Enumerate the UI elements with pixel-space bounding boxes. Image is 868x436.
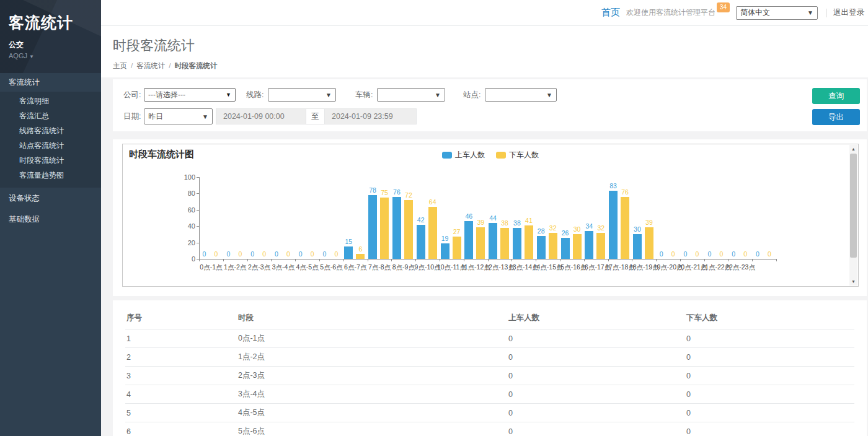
date-from-input[interactable]: 2024-01-09 00:00: [216, 108, 306, 124]
chart-bar[interactable]: [356, 254, 365, 259]
legend-item[interactable]: 下车人数: [496, 150, 539, 160]
filter-panel: 公司: ---请选择---▼ 线路: ▼ 车辆: ▼ 站点: ▼ 日期: 昨日▼…: [113, 79, 867, 131]
table-cell: 0: [685, 329, 854, 348]
chart-bar[interactable]: [585, 231, 593, 259]
chart-bar-value: 32: [544, 224, 562, 232]
query-button[interactable]: 查询: [812, 88, 860, 104]
sidebar-item-device-status[interactable]: 设备状态: [0, 188, 101, 209]
chart-bar[interactable]: [573, 234, 582, 259]
line-select[interactable]: ▼: [268, 88, 336, 102]
chart-bar[interactable]: [525, 225, 533, 259]
chart-bar[interactable]: [417, 225, 425, 259]
scroll-up-icon[interactable]: ▲: [849, 145, 857, 153]
sidebar-item-passenger-summary[interactable]: 客流汇总: [0, 108, 101, 123]
table-header-cell: 上车人数: [507, 308, 685, 329]
chart-bar-value: 6: [351, 245, 370, 253]
chart-bar[interactable]: [621, 197, 629, 259]
app-title: 客流统计: [9, 12, 101, 33]
chevron-down-icon: ▼: [326, 92, 332, 98]
table-row: 32点-3点00: [125, 367, 854, 385]
user-menu[interactable]: AQGJ▼: [9, 52, 101, 59]
sidebar-item-period-stats[interactable]: 时段客流统计: [0, 153, 101, 168]
chart-bar[interactable]: [500, 228, 509, 259]
y-axis-tick: [197, 226, 199, 227]
company-select[interactable]: ---请选择---▼: [144, 88, 236, 102]
logout-link[interactable]: 退出登录: [833, 7, 864, 18]
chart-bar[interactable]: [476, 227, 485, 259]
legend-item[interactable]: 上车人数: [442, 150, 485, 160]
sidebar-item-passenger-detail[interactable]: 客流明细: [0, 94, 101, 108]
chart-bar[interactable]: [633, 234, 642, 259]
x-axis-tick: [199, 259, 200, 261]
chart-bar-value: 30: [628, 225, 647, 233]
chart-bar[interactable]: [453, 237, 461, 259]
table-body: 10点-1点0021点-2点0032点-3点0043点-4点0054点-5点00…: [125, 329, 854, 436]
chart-bar[interactable]: [404, 200, 413, 259]
chart-bar-value: 0: [231, 250, 249, 258]
table-cell: 0: [507, 404, 685, 422]
breadcrumb-home[interactable]: 主页: [113, 62, 127, 69]
chart-bar-value: 0: [303, 250, 322, 258]
date-to-input[interactable]: 2024-01-09 23:59: [324, 108, 417, 124]
chart-bar[interactable]: [380, 198, 389, 259]
scroll-down-icon[interactable]: ▼: [849, 277, 857, 286]
x-axis-tick: [536, 259, 536, 261]
notification-badge[interactable]: 34: [717, 2, 730, 12]
table-cell: 2: [125, 348, 237, 367]
table-cell: 4: [125, 385, 237, 404]
sidebar-submenu: 客流明细 客流汇总 线路客流统计 站点客流统计 时段客流统计 客流量趋势图: [0, 92, 101, 188]
legend-swatch: [496, 152, 506, 159]
chart-bar-value: 0: [736, 250, 755, 258]
y-axis-tick-label: 20: [178, 239, 195, 246]
date-range-to-label: 至: [306, 108, 324, 124]
breadcrumb-section[interactable]: 客流统计: [136, 62, 165, 69]
chart-bar[interactable]: [561, 238, 570, 259]
x-axis-tick: [488, 259, 489, 261]
y-axis-tick: [197, 243, 199, 243]
x-axis-tick: [656, 259, 657, 261]
export-button[interactable]: 导出: [812, 109, 860, 125]
table-header-cell: 下车人数: [685, 308, 854, 329]
chart-bar[interactable]: [464, 221, 473, 259]
welcome-text: 欢迎使用客流统计管理平台: [626, 7, 715, 18]
chart-bar[interactable]: [489, 223, 497, 259]
chart-bar[interactable]: [441, 243, 450, 259]
date-preset-select[interactable]: 昨日▼: [144, 108, 213, 124]
scrollbar-thumb[interactable]: [850, 154, 857, 258]
language-select[interactable]: 简体中文 ▼: [736, 6, 818, 20]
chart-bar[interactable]: [645, 227, 653, 259]
chart-bar[interactable]: [596, 233, 605, 259]
home-link[interactable]: 首页: [601, 7, 620, 19]
y-axis-tick-label: 80: [178, 190, 195, 197]
x-axis-category-label: 22点-23点: [720, 263, 761, 272]
x-axis-tick: [440, 259, 440, 261]
x-axis-tick: [247, 259, 248, 261]
legend-swatch: [442, 152, 452, 159]
chart-bar[interactable]: [513, 228, 521, 259]
station-select[interactable]: ▼: [485, 88, 557, 102]
chart-bar-value: 39: [640, 219, 658, 226]
chart-bar[interactable]: [537, 236, 546, 259]
sidebar-item-passenger-stats[interactable]: 客流统计: [0, 73, 101, 92]
chart-title: 时段车流统计图: [129, 149, 194, 160]
sidebar-item-trend-chart[interactable]: 客流量趋势图: [0, 168, 101, 183]
table-cell: 5点-6点: [237, 422, 507, 436]
y-axis-tick-label: 60: [178, 206, 195, 214]
x-axis-tick: [560, 259, 560, 261]
chart-bar-value: 64: [423, 198, 442, 206]
sidebar-item-base-data[interactable]: 基础数据: [0, 209, 101, 230]
period-stats-table: 序号时段上车人数下车人数 10点-1点0021点-2点0032点-3点0043点…: [125, 308, 854, 436]
filter-row-1: 公司: ---请选择---▼ 线路: ▼ 车辆: ▼ 站点: ▼: [113, 87, 867, 102]
chart-bar[interactable]: [392, 197, 401, 259]
x-axis-tick: [464, 259, 464, 261]
table-panel: 序号时段上车人数下车人数 10点-1点0021点-2点0032点-3点0043点…: [113, 300, 867, 436]
chart-bar[interactable]: [428, 207, 437, 259]
chart-bar[interactable]: [549, 233, 557, 259]
chart-vertical-scrollbar[interactable]: ▲ ▼: [849, 145, 857, 286]
sidebar-item-line-stats[interactable]: 线路客流统计: [0, 123, 101, 138]
chart-bar-value: 0: [327, 250, 346, 258]
vehicle-select[interactable]: ▼: [377, 88, 445, 102]
table-cell: 3点-4点: [237, 385, 507, 404]
sidebar-item-station-stats[interactable]: 站点客流统计: [0, 138, 101, 153]
chart-bar-value: 0: [688, 250, 707, 258]
